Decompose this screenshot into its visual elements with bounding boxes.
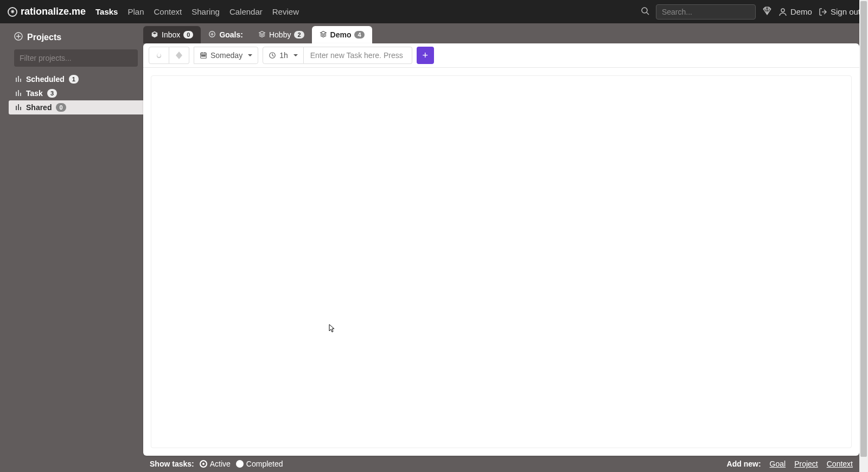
sidebar-item-scheduled[interactable]: Scheduled 1	[9, 72, 143, 86]
signout-icon	[819, 8, 827, 16]
sidebar-item-label: Shared	[26, 103, 52, 112]
svg-rect-11	[20, 93, 21, 96]
add-task-button[interactable]: +	[417, 47, 434, 64]
box-icon	[151, 30, 158, 40]
filter-projects-input[interactable]	[14, 49, 138, 67]
main-panel: Someday 1h +	[143, 43, 859, 456]
radio-dot-icon	[236, 460, 244, 468]
diamond-icon[interactable]	[762, 6, 772, 18]
add-project-link[interactable]: Project	[794, 460, 818, 468]
tab-label: Hobby	[269, 30, 291, 39]
svg-line-1	[647, 12, 649, 15]
toolbar: Someday 1h +	[143, 43, 859, 68]
tab-label: Demo	[330, 30, 352, 39]
tab-goals[interactable]: Goals:	[201, 26, 251, 43]
nav-sharing[interactable]: Sharing	[192, 7, 220, 16]
tab-inbox[interactable]: Inbox 0	[143, 26, 201, 43]
tab-hobby[interactable]: Hobby 2	[251, 26, 312, 43]
user-name: Demo	[790, 7, 812, 16]
new-task-input[interactable]	[304, 47, 412, 64]
tab-label: Inbox	[162, 30, 180, 39]
add-context-link[interactable]: Context	[827, 460, 853, 468]
signout-link[interactable]: Sign out	[819, 7, 860, 16]
search-input[interactable]	[656, 4, 756, 20]
vertical-scrollbar[interactable]	[859, 0, 868, 472]
bars-icon	[15, 104, 22, 112]
task-list-empty	[151, 75, 852, 448]
tab-badge: 2	[294, 31, 304, 39]
layers-icon	[258, 30, 266, 40]
scrollbar-thumb[interactable]	[860, 1, 867, 457]
add-goal-link[interactable]: Goal	[770, 460, 786, 468]
tab-badge: 4	[354, 31, 364, 39]
bottombar: Show tasks: Active Completed Add new: Go…	[143, 456, 859, 472]
sidebar-item-badge: 3	[47, 89, 57, 98]
sidebar-item-badge: 0	[56, 103, 66, 112]
brand[interactable]: ✷ rationalize.me	[8, 6, 86, 17]
sidebar-item-shared[interactable]: Shared 0	[9, 100, 144, 114]
add-new-label: Add new:	[727, 460, 761, 468]
svg-rect-8	[20, 79, 21, 82]
topbar-right: Demo Sign out	[641, 4, 860, 20]
schedule-dropdown[interactable]: Someday	[194, 47, 258, 64]
svg-line-27	[272, 55, 274, 56]
layers-icon	[320, 30, 327, 40]
sidebar-title: Projects	[27, 33, 61, 42]
svg-rect-23	[203, 55, 204, 56]
priority-diamond-button[interactable]	[169, 47, 189, 64]
bars-icon	[15, 75, 22, 84]
nav-review[interactable]: Review	[272, 7, 299, 16]
svg-rect-24	[205, 55, 206, 56]
fire-icon	[155, 51, 163, 60]
svg-rect-9	[16, 92, 17, 96]
show-tasks-label: Show tasks:	[150, 460, 194, 468]
sidebar-item-badge: 1	[69, 75, 79, 84]
diamond-icon	[175, 51, 183, 60]
tabs-strip: Inbox 0 Goals: Hobby 2 Demo 4	[143, 26, 859, 43]
nav-calendar[interactable]: Calendar	[229, 7, 263, 16]
svg-rect-10	[18, 90, 19, 96]
nav-context[interactable]: Context	[154, 7, 182, 16]
sidebar-header: Projects	[9, 28, 143, 49]
tab-label: Goals:	[219, 30, 243, 39]
radio-active-label: Active	[210, 460, 231, 468]
brand-icon: ✷	[8, 7, 17, 17]
nav-plan[interactable]: Plan	[127, 7, 144, 16]
nav-tasks[interactable]: Tasks	[95, 7, 118, 16]
svg-rect-12	[16, 106, 17, 110]
radio-dot-icon	[200, 460, 207, 468]
svg-point-2	[781, 9, 784, 12]
priority-fire-button[interactable]	[149, 47, 169, 64]
svg-point-0	[642, 8, 647, 13]
svg-rect-22	[202, 55, 203, 56]
search-icon[interactable]	[641, 7, 649, 17]
sidebar-item-label: Scheduled	[26, 75, 65, 84]
svg-rect-13	[18, 104, 19, 110]
svg-rect-14	[20, 107, 21, 110]
topbar: ✷ rationalize.me Tasks Plan Context Shar…	[0, 0, 868, 23]
radio-active[interactable]: Active	[200, 460, 231, 468]
nav-links: Tasks Plan Context Sharing Calendar Revi…	[95, 7, 299, 16]
svg-rect-7	[18, 76, 19, 82]
signout-label: Sign out	[831, 7, 860, 16]
bars-icon	[15, 90, 22, 98]
user-icon	[778, 8, 787, 16]
sidebar-item-label: Task	[26, 89, 43, 98]
tab-badge: 0	[183, 31, 193, 39]
clock-icon	[269, 52, 276, 59]
radio-completed[interactable]: Completed	[236, 460, 283, 468]
add-icon	[208, 30, 216, 40]
brand-name: rationalize.me	[21, 6, 86, 17]
user-link[interactable]: Demo	[778, 7, 812, 16]
calendar-icon	[200, 52, 207, 59]
svg-rect-6	[16, 78, 17, 82]
sidebar-item-task[interactable]: Task 3	[9, 86, 143, 100]
schedule-label: Someday	[210, 51, 242, 60]
duration-dropdown[interactable]: 1h	[263, 47, 304, 64]
radio-completed-label: Completed	[246, 460, 283, 468]
sidebar: Projects Scheduled 1 Task 3 Shared 0	[9, 23, 143, 472]
duration-label: 1h	[279, 51, 288, 60]
add-project-icon[interactable]	[14, 32, 23, 43]
tab-demo[interactable]: Demo 4	[312, 26, 372, 43]
